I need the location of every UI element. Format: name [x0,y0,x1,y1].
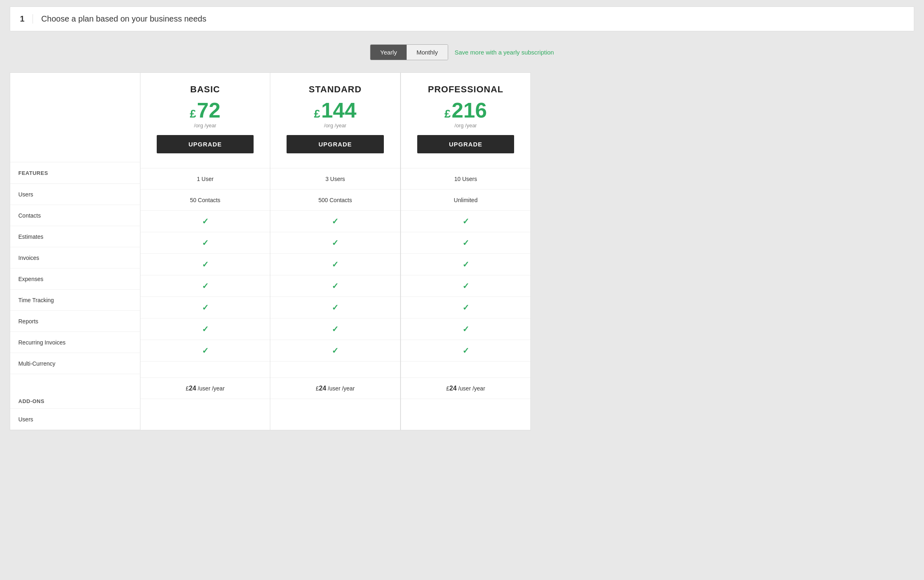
checkmark-icon: ✓ [332,216,339,226]
standard-invoices: ✓ [270,232,400,254]
basic-recurring-invoices: ✓ [140,318,270,340]
basic-multi-currency: ✓ [140,340,270,362]
standard-users: 3 Users [270,168,400,190]
basic-price-amount: 72 [197,100,221,121]
checkmark-icon: ✓ [332,259,339,269]
checkmark-icon: ✓ [332,238,339,248]
checkmark-icon: ✓ [462,324,469,334]
professional-recurring-invoices: ✓ [401,318,530,340]
standard-multi-currency: ✓ [270,340,400,362]
basic-upgrade-button[interactable]: UPGRADE [157,135,254,153]
plan-basic: BASIC £ 72 /org /year UPGRADE 1 User 50 … [140,72,270,430]
professional-upgrade-button[interactable]: UPGRADE [417,135,514,153]
basic-contacts: 50 Contacts [140,190,270,211]
billing-toggle-group: Yearly Monthly [370,44,448,60]
save-text: Save more with a yearly subscription [455,49,554,56]
standard-price-symbol: £ [314,107,320,120]
page-title: Choose a plan based on your business nee… [41,14,206,24]
feature-label-contacts: Contacts [10,205,140,226]
pricing-layout: FEATURES Users Contacts Estimates Invoic… [10,72,914,430]
plan-standard: STANDARD £ 144 /org /year UPGRADE 3 User… [270,72,401,430]
standard-upgrade-button[interactable]: UPGRADE [287,135,384,153]
checkmark-icon: ✓ [462,303,469,312]
professional-estimates: ✓ [401,211,530,232]
features-labels: FEATURES Users Contacts Estimates Invoic… [10,72,140,430]
professional-users: 10 Users [401,168,530,190]
checkmark-icon: ✓ [202,281,209,291]
standard-price-amount: 144 [321,100,357,121]
checkmark-icon: ✓ [462,216,469,226]
standard-price-period: /org /year [278,122,392,129]
professional-multi-currency: ✓ [401,340,530,362]
professional-plan-name: PROFESSIONAL [409,84,522,95]
plan-professional: PROFESSIONAL £ 216 /org /year UPGRADE 10… [401,72,531,430]
checkmark-icon: ✓ [462,346,469,355]
standard-reports: ✓ [270,297,400,318]
professional-price-period: /org /year [409,122,522,129]
standard-plan-name: STANDARD [278,84,392,95]
checkmark-icon: ✓ [332,281,339,291]
professional-expenses: ✓ [401,254,530,275]
checkmark-icon: ✓ [202,324,209,334]
professional-reports: ✓ [401,297,530,318]
professional-price-amount: 216 [451,100,487,121]
feature-label-users: Users [10,184,140,205]
feature-label-estimates: Estimates [10,226,140,247]
addon-label-users: Users [10,409,140,430]
checkmark-icon: ✓ [332,303,339,312]
addons-section-header: ADD-ONS [10,390,140,409]
checkmark-icon: ✓ [202,303,209,312]
professional-contacts: Unlimited [401,190,530,211]
checkmark-icon: ✓ [202,346,209,355]
feature-label-time-tracking: Time Tracking [10,290,140,311]
feature-label-invoices: Invoices [10,247,140,268]
checkmark-icon: ✓ [202,216,209,226]
checkmark-icon: ✓ [332,324,339,334]
professional-time-tracking: ✓ [401,275,530,297]
feature-label-recurring-invoices: Recurring Invoices [10,332,140,353]
standard-contacts: 500 Contacts [270,190,400,211]
basic-time-tracking: ✓ [140,275,270,297]
feature-label-expenses: Expenses [10,268,140,290]
features-section-header: FEATURES [10,162,140,184]
step-number: 1 [20,14,33,24]
standard-estimates: ✓ [270,211,400,232]
checkmark-icon: ✓ [462,281,469,291]
basic-addon-users: £24 /user /year [140,378,270,399]
standard-recurring-invoices: ✓ [270,318,400,340]
checkmark-icon: ✓ [462,238,469,248]
feature-label-multi-currency: Multi-Currency [10,353,140,374]
monthly-toggle[interactable]: Monthly [407,45,448,60]
basic-price-symbol: £ [190,107,196,120]
billing-toggle: Yearly Monthly Save more with a yearly s… [10,44,914,60]
feature-label-reports: Reports [10,311,140,332]
checkmark-icon: ✓ [202,259,209,269]
professional-addon-users: £24 /user /year [401,378,530,399]
basic-expenses: ✓ [140,254,270,275]
plan-columns: BASIC £ 72 /org /year UPGRADE 1 User 50 … [140,72,531,430]
standard-expenses: ✓ [270,254,400,275]
basic-price-period: /org /year [149,122,262,129]
professional-price-symbol: £ [444,107,451,120]
basic-invoices: ✓ [140,232,270,254]
basic-estimates: ✓ [140,211,270,232]
professional-invoices: ✓ [401,232,530,254]
standard-addon-users: £24 /user /year [270,378,400,399]
basic-plan-name: BASIC [149,84,262,95]
basic-users: 1 User [140,168,270,190]
standard-time-tracking: ✓ [270,275,400,297]
checkmark-icon: ✓ [202,238,209,248]
checkmark-icon: ✓ [332,346,339,355]
basic-reports: ✓ [140,297,270,318]
yearly-toggle[interactable]: Yearly [370,45,407,60]
page-header: 1 Choose a plan based on your business n… [10,7,914,31]
checkmark-icon: ✓ [462,259,469,269]
